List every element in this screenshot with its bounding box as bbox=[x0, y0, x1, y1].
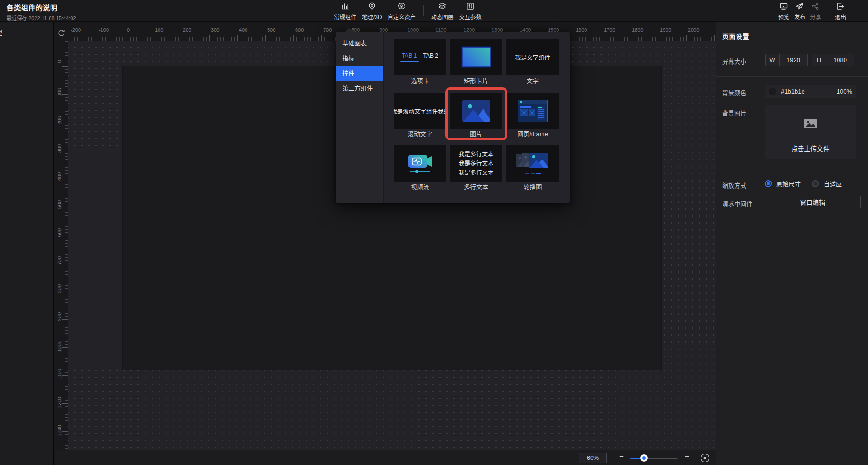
component-tile-4[interactable] bbox=[450, 93, 502, 129]
component-tile-5[interactable] bbox=[506, 93, 559, 129]
h-ruler-label: 1800 bbox=[632, 27, 643, 33]
window-edit-button[interactable]: 窗口编辑 bbox=[765, 196, 861, 208]
width-input-group[interactable]: W 1920 bbox=[765, 54, 808, 66]
h-ruler-label: 200 bbox=[183, 27, 191, 33]
toolbar-divider bbox=[828, 5, 828, 16]
component-tile-label: 轮播图 bbox=[506, 182, 559, 191]
component-category-menu: 基础图表指标控件第三方组件 bbox=[336, 32, 384, 203]
radio-original-size[interactable] bbox=[765, 180, 772, 187]
v-ruler-label: 300 bbox=[57, 144, 62, 153]
category-item-0[interactable]: 基础图表 bbox=[336, 36, 383, 51]
browser-thumb-icon bbox=[518, 100, 548, 122]
ruler-corner[interactable] bbox=[55, 22, 68, 41]
share-icon bbox=[811, 2, 820, 11]
document-title: 各类组件的说明 bbox=[7, 2, 76, 12]
fit-to-screen-icon[interactable] bbox=[700, 453, 709, 463]
last-saved-text: 最近保存 2022-11-08 15:44:02 bbox=[7, 14, 76, 22]
divider bbox=[716, 76, 868, 77]
toolbar-center: 常规组件地理/3D自定义资产动态图层交互参数 bbox=[334, 0, 482, 21]
toolbar-button-center-2[interactable]: 自定义资产 bbox=[388, 0, 416, 21]
height-input[interactable]: 1080 bbox=[826, 54, 854, 66]
left-panel-divider bbox=[0, 45, 53, 45]
toolbar-button-label: 地理/3D bbox=[362, 13, 382, 21]
layers-icon bbox=[438, 2, 447, 11]
toolbar-button-center-1[interactable]: 地理/3D bbox=[362, 0, 382, 21]
color-hex-value[interactable]: #1b1b1e bbox=[781, 88, 832, 95]
v-ruler-label: 100 bbox=[57, 88, 62, 96]
toolbar-button-label: 动态图层 bbox=[431, 13, 454, 21]
scale-mode-label: 缩放方式 bbox=[722, 181, 746, 189]
bg-image-label: 背景图片 bbox=[722, 109, 746, 117]
component-tile-8[interactable] bbox=[506, 145, 559, 182]
toolbar-button-label: 常规组件 bbox=[334, 13, 356, 21]
bg-color-picker[interactable]: #1b1b1e 100% bbox=[765, 85, 856, 98]
component-tile-2[interactable]: 我是文字组件 bbox=[506, 39, 559, 75]
toolbar-button-center-5[interactable]: 交互参数 bbox=[459, 0, 482, 21]
width-input[interactable]: 1920 bbox=[780, 54, 807, 66]
height-input-group[interactable]: H 1080 bbox=[812, 54, 854, 66]
radio-auto-fit[interactable] bbox=[812, 180, 819, 187]
toolbar-button-center-4[interactable]: 动态图层 bbox=[431, 0, 454, 21]
bg-color-label: 背景颜色 bbox=[722, 88, 746, 97]
component-tile-7[interactable]: 我是多行文本我是多行文本我是多行文本 bbox=[450, 145, 502, 182]
component-tile-label: 网页/iframe bbox=[506, 129, 559, 138]
v-ruler-label: 600 bbox=[57, 228, 62, 237]
panel-caret bbox=[345, 28, 354, 32]
screen-size-label: 屏幕大小 bbox=[722, 57, 746, 65]
v-ruler-label: 700 bbox=[57, 256, 62, 265]
radio-original-size-label[interactable]: 原始尺寸 bbox=[776, 179, 801, 188]
toolbar-button-right-4[interactable]: 退出 bbox=[835, 0, 846, 21]
radio-auto-fit-label[interactable]: 自适应 bbox=[824, 179, 842, 188]
v-ruler-label: 500 bbox=[57, 200, 62, 209]
v-ruler-label: 0 bbox=[57, 60, 62, 63]
divider bbox=[716, 46, 868, 46]
component-grid: TAB 1TAB 2选项卡矩形卡片我是文字组件文字我是滚动文字组件我是滚动滚动文… bbox=[384, 32, 570, 203]
panel-title: 页面设置 bbox=[722, 31, 749, 41]
toolbar-right: 预览发布分享退出 bbox=[778, 0, 846, 21]
zoom-level-value[interactable]: 60% bbox=[579, 453, 607, 463]
toolbar-button-right-2[interactable]: 分享 bbox=[810, 0, 821, 21]
color-opacity-value[interactable]: 100% bbox=[837, 88, 852, 95]
toolbar-button-label: 交互参数 bbox=[459, 13, 482, 21]
zoom-slider[interactable] bbox=[630, 458, 678, 459]
v-ruler-label: 200 bbox=[57, 116, 62, 124]
page-settings-panel: 页面设置 屏幕大小 W 1920 H 1080 背景颜色 #1b1b1e 100… bbox=[716, 22, 868, 465]
publish-icon bbox=[795, 2, 804, 11]
divider bbox=[716, 166, 868, 166]
h-ruler-label: 0 bbox=[127, 27, 130, 33]
v-ruler-label: 1000 bbox=[57, 341, 62, 352]
h-ruler-label: 400 bbox=[239, 27, 247, 33]
toolbar-button-label: 自定义资产 bbox=[388, 13, 416, 21]
h-ruler-label: 600 bbox=[295, 27, 304, 33]
toolbar-button-right-1[interactable]: 发布 bbox=[794, 0, 805, 21]
component-tile-label: 视频流 bbox=[394, 182, 446, 191]
component-tile-3[interactable]: 我是滚动文字组件我是滚动 bbox=[394, 93, 446, 129]
component-tile-label: 图片 bbox=[450, 129, 502, 138]
category-item-2[interactable]: 控件 bbox=[336, 66, 383, 81]
component-tile-6[interactable] bbox=[394, 145, 446, 182]
bg-image-upload-box[interactable]: 点击上传文件 bbox=[765, 105, 856, 159]
component-tile-label: 滚动文字 bbox=[394, 129, 446, 138]
category-item-1[interactable]: 指标 bbox=[336, 51, 383, 66]
toolbar-button-center-0[interactable]: 常规组件 bbox=[334, 0, 356, 21]
category-item-3[interactable]: 第三方组件 bbox=[336, 81, 383, 96]
color-swatch[interactable] bbox=[769, 88, 776, 95]
toolbar-button-label: 分享 bbox=[810, 13, 821, 21]
image-placeholder-icon bbox=[802, 115, 819, 132]
upload-dropzone[interactable] bbox=[799, 112, 822, 135]
component-tile-0[interactable]: TAB 1TAB 2 bbox=[394, 39, 446, 75]
zoom-slider-handle[interactable] bbox=[640, 454, 648, 462]
zoom-in-button[interactable]: + bbox=[681, 452, 693, 461]
toolbar-divider bbox=[423, 5, 424, 16]
zoom-out-button[interactable]: − bbox=[616, 452, 627, 461]
toolbar-button-right-0[interactable]: 预览 bbox=[778, 0, 789, 21]
chart-bar-icon bbox=[341, 2, 350, 11]
component-tile-1[interactable] bbox=[450, 39, 502, 75]
left-layer-panel[interactable]: 理 bbox=[0, 22, 54, 465]
toolbar-button-label: 发布 bbox=[794, 13, 805, 21]
toolbar-button-label: 预览 bbox=[778, 13, 789, 21]
exit-icon bbox=[836, 2, 845, 11]
h-ruler-label: -200 bbox=[71, 27, 81, 33]
reset-view-icon[interactable] bbox=[58, 29, 65, 37]
image-thumb-icon bbox=[462, 100, 490, 122]
